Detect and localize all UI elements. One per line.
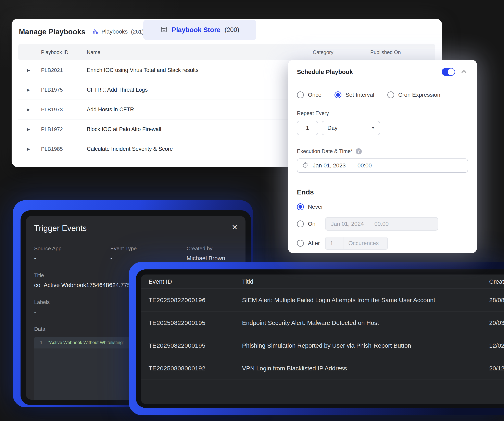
playbook-id: PLB2021 <box>39 67 84 73</box>
repeat-unit-select[interactable]: Day ▼ <box>322 121 380 135</box>
radio-set-interval[interactable]: Set Interval <box>335 91 374 98</box>
execution-label-row: Execution Date & Time* ? <box>297 148 468 154</box>
col-playbook-id: Playbook ID <box>39 49 84 55</box>
row-expand-icon[interactable]: ▶ <box>18 88 39 92</box>
events-frame-inner: Event ID ↓ Titld Creat TE20250822000196 … <box>136 269 504 408</box>
sitemap-icon <box>92 29 98 35</box>
playbook-name: CFTR :: Add Threat Logs <box>84 87 310 93</box>
screenshot-stage: Manage Playbooks Playbooks (261) <box>0 0 504 421</box>
created-by-value: Michael Brown <box>186 255 237 262</box>
radio-circle-checked <box>297 203 304 210</box>
event-id: TE20250822000195 <box>149 319 242 326</box>
playbook-name: Block IOC at Palo Alto Firewall <box>84 126 310 132</box>
event-id: TE20250822000196 <box>149 297 242 303</box>
repeat-every-label: Repeat Every <box>297 110 468 116</box>
events-table-header: Event ID ↓ Titld Creat <box>141 274 504 289</box>
toggle-knob <box>448 68 455 75</box>
repeat-count-input[interactable]: 1 <box>297 121 318 135</box>
col-name: Name <box>84 49 310 55</box>
playbook-id: PLB1972 <box>39 126 84 132</box>
schedule-toggle[interactable] <box>442 68 455 76</box>
sort-descending-icon[interactable]: ↓ <box>178 278 180 285</box>
row-expand-icon[interactable]: ▶ <box>18 147 39 151</box>
created-by-label: Created by <box>186 245 237 252</box>
tab-playbooks[interactable]: Playbooks (261) <box>92 29 144 35</box>
event-date: 20/12 <box>489 365 504 372</box>
chevron-up-icon <box>461 70 467 74</box>
radio-circle <box>297 91 304 98</box>
end-on-date-value: Jan 01, 2024 <box>331 221 364 227</box>
playbook-id: PLB1973 <box>39 107 84 113</box>
execution-time-value: 00:00 <box>357 162 372 169</box>
radio-circle-checked <box>335 91 342 98</box>
col-category: Category <box>310 49 368 55</box>
event-id-header-label: Event ID <box>149 278 172 285</box>
col-title[interactable]: Titld <box>242 278 489 285</box>
event-row[interactable]: TE20250822000195 Endpoint Security Alert… <box>141 311 504 334</box>
schedule-header: Schedule Playbook <box>297 60 468 84</box>
execution-date-value: Jan 01, 2023 <box>313 162 346 169</box>
playbook-id: PLB1985 <box>39 146 84 152</box>
execution-datetime-input[interactable]: Jan 01, 2023 00:00 <box>297 159 468 173</box>
radio-circle <box>387 91 394 98</box>
line-number: 1 <box>34 340 48 345</box>
tab-playbooks-count: (261) <box>131 29 144 35</box>
events-table-panel: Event ID ↓ Titld Creat TE20250822000196 … <box>141 274 504 404</box>
page-title: Manage Playbooks <box>19 28 85 36</box>
row-expand-icon[interactable]: ▶ <box>18 107 39 112</box>
events-gradient-frame: Event ID ↓ Titld Creat TE20250822000196 … <box>129 262 504 415</box>
tab-store-label: Playbook Store <box>172 26 221 34</box>
event-title: VPN Login from Blacklisted IP Address <box>242 365 489 372</box>
radio-cron-expression[interactable]: Cron Expression <box>387 91 440 98</box>
event-id: TE20250822000195 <box>149 342 242 349</box>
event-date: 28/08 <box>489 297 504 303</box>
help-icon[interactable]: ? <box>356 148 362 154</box>
event-id: TE20250808000192 <box>149 365 242 372</box>
event-type-label: Event Type <box>110 245 186 252</box>
after-unit-placeholder: Occurences <box>343 237 387 249</box>
repeat-unit-value: Day <box>327 125 371 131</box>
tab-playbook-store[interactable]: Playbook Store (200) <box>143 20 256 40</box>
radio-on[interactable]: On <box>297 220 315 227</box>
col-created[interactable]: Creat <box>489 278 504 285</box>
row-expand-icon[interactable]: ▶ <box>18 127 39 132</box>
radio-circle <box>297 220 304 227</box>
source-app-value: - <box>34 255 110 262</box>
radio-once[interactable]: Once <box>297 91 322 98</box>
divider <box>288 84 477 84</box>
stopwatch-icon <box>302 162 308 169</box>
ends-never-row: Never <box>297 203 468 210</box>
chevron-down-icon: ▼ <box>371 126 375 130</box>
event-row[interactable]: TE20250822000196 SIEM Alert: Multiple Fa… <box>141 289 504 311</box>
radio-circle <box>297 240 304 247</box>
collapse-button[interactable] <box>460 68 468 76</box>
ends-on-row: On Jan 01, 2024 00:00 <box>297 217 468 231</box>
radio-label: Once <box>308 92 322 98</box>
radio-label: Cron Expression <box>398 92 440 98</box>
radio-label: Set Interval <box>346 92 374 98</box>
after-count-value: 1 <box>326 237 343 249</box>
event-row[interactable]: TE20250822000195 Phishing Simulation Rep… <box>141 334 504 357</box>
schedule-mode-radios: Once Set Interval Cron Expression <box>297 91 468 98</box>
end-on-datetime-input[interactable]: Jan 01, 2024 00:00 <box>325 217 438 231</box>
close-icon[interactable]: ✕ <box>232 224 238 231</box>
code-string: "Active Webhook Without Whitelisting" <box>48 340 124 345</box>
radio-after[interactable]: After <box>297 240 320 247</box>
tab-store-count: (200) <box>225 26 239 34</box>
col-event-id[interactable]: Event ID ↓ <box>149 278 242 285</box>
meta-event-type: Event Type - <box>110 245 186 262</box>
schedule-title: Schedule Playbook <box>297 68 437 75</box>
after-occurrences-input[interactable]: 1 Occurences <box>325 237 388 250</box>
tab-playbooks-label: Playbooks <box>102 29 128 35</box>
storefront-icon <box>160 26 168 34</box>
event-date: 20/03 <box>489 319 504 326</box>
row-expand-icon[interactable]: ▶ <box>18 68 39 72</box>
radio-label: After <box>308 240 320 246</box>
col-published-on: Published On <box>368 49 435 55</box>
trigger-meta-grid: Source App - Event Type - Created by Mic… <box>34 245 237 262</box>
radio-never[interactable]: Never <box>297 203 323 210</box>
meta-created-by: Created by Michael Brown <box>186 245 237 262</box>
radio-label: On <box>308 221 315 227</box>
event-row[interactable]: TE20250808000192 VPN Login from Blacklis… <box>141 357 504 380</box>
execution-datetime-label: Execution Date & Time* <box>297 148 353 154</box>
